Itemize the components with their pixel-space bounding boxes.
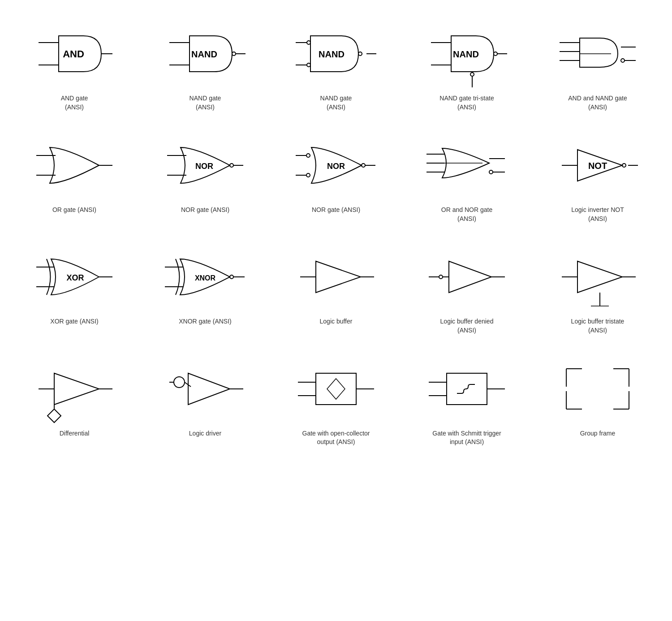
symbol-nand-gate-2: NAND (287, 18, 385, 90)
svg-text:XOR: XOR (66, 273, 84, 282)
symbol-and-gate: AND (25, 18, 124, 90)
cell-nand-gate-1: NAND NAND gate(ANSI) (140, 9, 271, 116)
svg-marker-77 (47, 409, 61, 423)
label-not-gate: Logic inverter NOT(ANSI) (571, 206, 624, 223)
svg-text:NOT: NOT (588, 161, 607, 171)
symbols-grid: AND AND gate(ANSI) NAND NAND gate(ANSI) (9, 9, 663, 451)
label-nand-tristate: NAND gate tri-state(ANSI) (439, 94, 494, 112)
label-differential: Differential (60, 429, 90, 438)
cell-group-frame: Group frame (532, 344, 663, 451)
svg-point-19 (470, 73, 474, 76)
label-xnor-gate: XNOR gate (ANSI) (179, 317, 231, 326)
svg-text:NAND: NAND (191, 49, 217, 59)
svg-text:NOR: NOR (327, 162, 345, 171)
svg-text:NAND: NAND (453, 49, 479, 59)
svg-point-41 (306, 173, 310, 177)
cell-xor-gate: XOR XOR gate (ANSI) (9, 232, 140, 339)
label-logic-buffer: Logic buffer (320, 317, 353, 326)
svg-point-68 (439, 275, 443, 279)
cell-nor-gate-1: NOR NOR gate (ANSI) (140, 121, 271, 228)
symbol-nor-gate-2: NOR (287, 129, 385, 201)
svg-text:NOR: NOR (195, 162, 213, 171)
label-open-collector: Gate with open-collectoroutput (ANSI) (302, 429, 370, 447)
label-or-nor: OR and NOR gate(ANSI) (441, 206, 492, 223)
label-logic-buffer-denied: Logic buffer denied(ANSI) (440, 317, 494, 335)
label-and-nand: AND and NAND gate(ANSI) (568, 94, 627, 112)
cell-nor-gate-2: NOR NOR gate (ANSI) (271, 121, 401, 228)
label-xor-gate: XOR gate (ANSI) (50, 317, 98, 326)
svg-text:AND: AND (63, 48, 84, 60)
svg-point-50 (489, 170, 493, 174)
symbol-not-gate: NOT (548, 129, 647, 201)
symbol-nand-gate-1: NAND (156, 18, 254, 90)
svg-point-21 (494, 52, 497, 56)
label-or-gate: OR gate (ANSI) (52, 206, 96, 215)
cell-schmitt-trigger: Gate with Schmitt triggerinput (ANSI) (401, 344, 532, 451)
cell-logic-buffer-denied: Logic buffer denied(ANSI) (401, 232, 532, 339)
label-logic-driver: Logic driver (189, 429, 221, 438)
symbol-nand-tristate: NAND (418, 18, 516, 90)
cell-logic-buffer: Logic buffer (271, 232, 401, 339)
label-group-frame: Group frame (580, 429, 616, 438)
symbol-or-gate (25, 129, 124, 201)
cell-differential: Differential (9, 344, 140, 451)
symbol-or-nor (418, 129, 516, 201)
label-logic-buffer-tristate: Logic buffer tristate(ANSI) (571, 317, 625, 335)
cell-nand-gate-2: NAND NAND gate(ANSI) (271, 9, 401, 116)
cell-logic-buffer-tristate: Logic buffer tristate(ANSI) (532, 232, 663, 339)
svg-point-12 (307, 41, 310, 44)
cell-logic-driver: Logic driver (140, 344, 271, 451)
symbol-xnor-gate: XNOR (156, 241, 254, 313)
svg-point-13 (307, 63, 310, 67)
cell-or-nor: OR and NOR gate(ANSI) (401, 121, 532, 228)
symbol-group-frame (548, 353, 647, 425)
symbol-logic-buffer-tristate (548, 241, 647, 313)
symbol-differential (25, 353, 124, 425)
symbol-nor-gate-1: NOR (156, 129, 254, 201)
symbol-logic-driver (156, 353, 254, 425)
label-nor-gate-1: NOR gate (ANSI) (181, 206, 229, 215)
symbol-logic-buffer-denied (418, 241, 516, 313)
cell-and-gate: AND AND gate(ANSI) (9, 9, 140, 116)
symbol-open-collector (287, 353, 385, 425)
label-schmitt-trigger: Gate with Schmitt triggerinput (ANSI) (432, 429, 501, 447)
symbol-xor-gate: XOR (25, 241, 124, 313)
symbol-schmitt-trigger (418, 353, 516, 425)
svg-rect-86 (316, 373, 356, 405)
cell-xnor-gate: XNOR XNOR gate (ANSI) (140, 232, 271, 339)
cell-or-gate: OR gate (ANSI) (9, 121, 140, 228)
svg-point-7 (232, 52, 236, 56)
label-nor-gate-2: NOR gate (ANSI) (312, 206, 360, 215)
svg-text:XNOR: XNOR (195, 274, 216, 282)
cell-and-nand: AND and NAND gate(ANSI) (532, 9, 663, 116)
svg-marker-87 (327, 379, 345, 399)
svg-point-40 (306, 154, 310, 157)
svg-text:NAND: NAND (319, 49, 345, 59)
cell-not-gate: NOT Logic inverter NOT(ANSI) (532, 121, 663, 228)
label-nand-gate-2: NAND gate(ANSI) (320, 94, 352, 112)
symbol-and-nand (548, 18, 647, 90)
cell-nand-tristate: NAND NAND gate tri-state(ANSI) (401, 9, 532, 116)
label-and-gate: AND gate(ANSI) (61, 94, 88, 112)
symbol-logic-buffer (287, 241, 385, 313)
svg-point-14 (358, 52, 362, 56)
label-nand-gate-1: NAND gate(ANSI) (190, 94, 221, 112)
svg-point-79 (174, 377, 185, 388)
cell-open-collector: Gate with open-collectoroutput (ANSI) (271, 344, 401, 451)
svg-point-28 (621, 59, 625, 62)
